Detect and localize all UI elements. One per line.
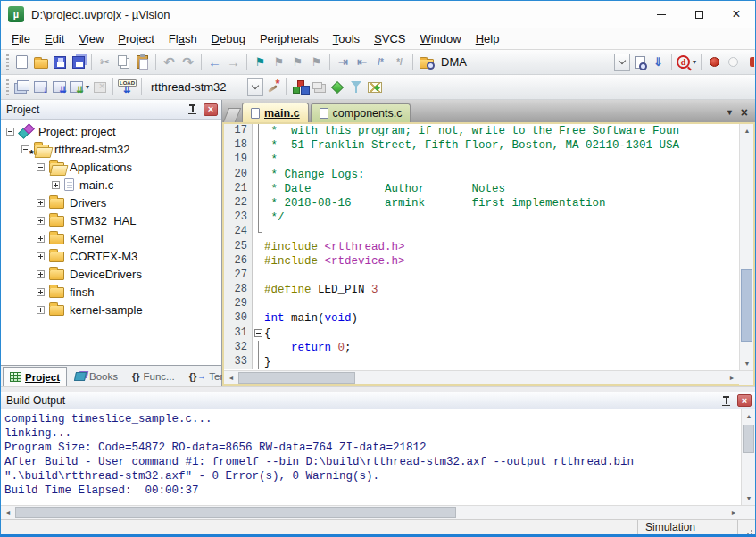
comment-selection-button[interactable]: /* [371, 53, 390, 72]
build-output-close-button[interactable]: × [737, 394, 752, 407]
tree-expander-plus[interactable] [37, 217, 45, 225]
incremental-find-button[interactable]: ⇓ [649, 53, 668, 72]
scroll-right-button[interactable]: ► [725, 371, 739, 384]
find-text-dropdown-button[interactable] [614, 54, 630, 71]
navigate-forward-button[interactable]: → [224, 53, 243, 72]
project-tree[interactable]: Project: project*rtthread-stm32Applicati… [1, 120, 221, 365]
new-file-button[interactable] [12, 53, 31, 72]
tree-expander-plus[interactable] [37, 288, 45, 296]
tree-item-stm32-hal[interactable]: STM32_HAL [1, 211, 221, 229]
select-software-packs-button[interactable] [346, 78, 365, 97]
open-file-button[interactable] [31, 53, 50, 72]
tree-item-finsh[interactable]: finsh [1, 283, 221, 301]
tree-expander-plus[interactable] [52, 181, 60, 189]
tree-expander-plus[interactable] [37, 252, 45, 260]
project-panel-close-button[interactable]: × [204, 103, 218, 116]
tree-expander-plus[interactable] [37, 270, 45, 278]
build-vscroll-track[interactable] [742, 423, 755, 492]
tree-item-drivers[interactable]: Drivers [1, 194, 221, 211]
tree-expander-plus[interactable] [37, 306, 45, 314]
editor-vscroll-track[interactable] [740, 137, 753, 357]
panel-tab-project[interactable]: Project [3, 367, 67, 386]
translate-file-button[interactable] [12, 78, 31, 97]
scroll-down-button[interactable]: ▼ [742, 492, 756, 505]
minimize-button[interactable] [643, 1, 680, 28]
manage-project-items-button[interactable] [290, 78, 309, 97]
menu-edit[interactable]: Edit [37, 29, 71, 48]
tree-item-rtthread-stm32[interactable]: *rtthread-stm32 [1, 140, 221, 158]
editor-vscroll-thumb[interactable] [741, 269, 752, 342]
scroll-left-button[interactable]: ◄ [224, 371, 238, 384]
close-button[interactable]: × [718, 1, 755, 28]
find-text-value[interactable]: DMA [436, 55, 614, 69]
indent-button[interactable]: ⇥ [334, 53, 353, 72]
stop-build-button[interactable] [90, 78, 109, 97]
rebuild-all-button[interactable] [50, 78, 69, 97]
find-button[interactable] [630, 53, 649, 72]
scroll-right-button[interactable]: ► [727, 506, 741, 519]
toggle-bookmark-button[interactable]: ⚑ [251, 53, 270, 72]
disable-all-breakpoints-button[interactable] [743, 53, 755, 72]
save-all-button[interactable] [69, 53, 87, 72]
pack-installer-button[interactable] [365, 78, 384, 97]
build-vscroll-thumb[interactable] [743, 425, 754, 453]
build-output-horizontal-scrollbar[interactable]: ◄ ► [1, 505, 741, 519]
editor-horizontal-scrollbar[interactable]: ◄ ► [224, 370, 753, 384]
download-to-flash-button[interactable]: LOAD⇊ [117, 78, 137, 97]
maximize-button[interactable] [680, 1, 718, 28]
editor-vertical-scrollbar[interactable]: ▲ ▼ [739, 124, 753, 370]
scroll-left-button[interactable]: ◄ [1, 506, 15, 519]
copy-button[interactable] [114, 53, 133, 72]
build-output-pin-button[interactable] [722, 396, 730, 406]
document-list-dropdown-icon[interactable]: ▼ [726, 108, 734, 117]
build-output-text[interactable]: compiling timeslice_sample.c...linking..… [1, 409, 741, 505]
previous-bookmark-button[interactable]: ⚑ [270, 53, 288, 72]
editor-tab-components.c[interactable]: components.c [311, 103, 411, 122]
build-button[interactable] [31, 78, 50, 97]
navigate-back-button[interactable]: ← [205, 53, 224, 72]
select-target-dropdown-button[interactable] [247, 78, 263, 96]
options-for-target-button[interactable] [263, 78, 282, 97]
save-button[interactable] [50, 53, 69, 72]
redo-button[interactable]: ↷ [179, 53, 197, 72]
insert-remove-breakpoint-button[interactable] [705, 53, 724, 72]
panel-tab-func[interactable]: {}Func... [126, 366, 181, 386]
menu-project[interactable]: Project [111, 29, 161, 48]
paste-button[interactable] [133, 53, 152, 72]
menu-file[interactable]: File [4, 29, 37, 48]
tree-item-kernel-sample[interactable]: kernel-sample [1, 301, 221, 318]
code-area[interactable]: 17 * with this program; if not, write to… [224, 124, 739, 370]
menu-window[interactable]: Window [412, 29, 468, 48]
clear-all-bookmarks-button[interactable]: ⚑ [307, 53, 326, 72]
document-close-icon[interactable]: × [741, 106, 748, 119]
tree-expander-plus[interactable] [37, 235, 45, 243]
cut-button[interactable]: ✂ [96, 53, 114, 72]
find-in-files-button[interactable] [417, 53, 436, 72]
scroll-down-button[interactable]: ▼ [740, 357, 754, 370]
dropdown-caret-icon[interactable]: ▾ [693, 58, 696, 66]
scroll-up-button[interactable]: ▲ [742, 409, 756, 423]
menu-help[interactable]: Help [469, 29, 507, 48]
editor-hscroll-thumb[interactable] [238, 372, 355, 384]
undo-button[interactable]: ↶ [160, 53, 179, 72]
project-panel-pin-button[interactable] [188, 104, 196, 114]
toolbar-grip[interactable] [6, 79, 9, 95]
tree-item-project-project[interactable]: Project: project [1, 122, 221, 140]
fold-collapse-icon[interactable] [254, 329, 262, 337]
enable-disable-breakpoint-button[interactable] [724, 53, 743, 72]
editor-tab-main.c[interactable]: main.c [242, 103, 309, 122]
start-stop-debug-button[interactable]: d▾ [676, 53, 697, 72]
manage-multiproject-workspace-button[interactable] [309, 78, 328, 97]
batch-build-button[interactable]: ▾ [69, 78, 90, 97]
outdent-button[interactable]: ⇤ [353, 53, 371, 72]
select-target-value[interactable]: rtthread-stm32 [145, 80, 247, 94]
menu-svcs[interactable]: SVCS [367, 29, 412, 48]
tree-item-kernel[interactable]: Kernel [1, 229, 221, 247]
menu-debug[interactable]: Debug [204, 29, 253, 48]
menu-view[interactable]: View [71, 29, 111, 48]
scroll-up-button[interactable]: ▲ [740, 124, 754, 137]
tree-expander-minus[interactable] [37, 163, 45, 171]
editor-hscroll-track[interactable] [238, 371, 725, 384]
toolbar-grip[interactable] [6, 54, 9, 70]
tree-item-main-c[interactable]: main.c [1, 176, 221, 194]
